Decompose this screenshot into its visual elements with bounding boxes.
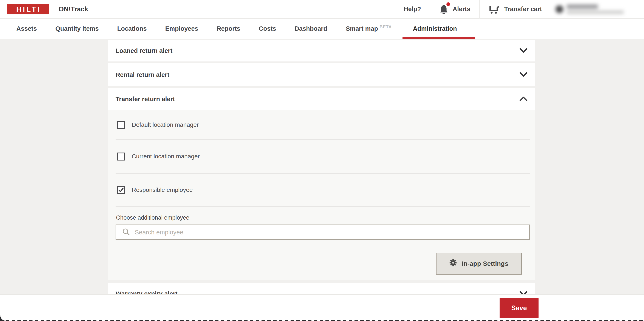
beta-badge: BETA [380,24,392,29]
nav-item-quantity-items[interactable]: Quantity items [55,25,98,32]
alerts-label: Alerts [453,5,470,13]
user-name-lines [567,4,624,14]
transfer-cart-button[interactable]: Transfer cart [479,0,551,18]
chevron-down-icon [520,48,528,54]
accordion-rental-return-alert[interactable]: Rental return alert [108,63,535,86]
hilti-logo-text: HILTI [16,5,41,13]
nav-item-employees[interactable]: Employees [165,25,198,32]
help-button[interactable]: Help? [395,0,430,18]
hilti-logo[interactable]: HILTI [7,4,49,14]
transfer-return-alert-body: Default location manager Current locatio… [108,110,535,280]
transfer-cart-label: Transfer cart [504,5,542,13]
gear-icon [449,259,457,268]
user-account-menu[interactable] [551,0,644,18]
save-button[interactable]: Save [500,298,538,318]
search-employee-input[interactable] [135,226,529,239]
administration-label: Administration [413,25,457,32]
inapp-settings-label: In-app Settings [462,260,508,267]
redacted-user-info [556,4,624,14]
search-icon [122,228,130,237]
nav-item-assets[interactable]: Assets [16,25,37,32]
user-company-blur [567,10,624,14]
alerts-settings-panel: Loaned return alert Rental return alert … [108,40,535,305]
choose-additional-employee-label: Choose additional employee [116,214,530,221]
main-nav: Assets Quantity items Locations Employee… [0,19,644,39]
cart-icon [488,4,500,14]
help-label: Help? [404,5,421,13]
loaned-return-alert-title: Loaned return alert [116,47,172,54]
responsible-employee-label: Responsible employee [132,186,193,193]
unread-alerts-badge [446,2,450,6]
nav-item-dashboard[interactable]: Dashboard [295,25,327,32]
nav-item-reports[interactable]: Reports [217,25,240,32]
content-area: Loaned return alert Rental return alert … [0,39,644,321]
chevron-up-icon [520,96,528,102]
rental-return-alert-title: Rental return alert [116,71,170,78]
default-location-manager-row: Default location manager [116,110,530,140]
window-bottom-edge [0,320,644,321]
top-bar: HILTI ON!Track Help? Alerts Transfer car… [0,0,644,18]
product-title: ON!Track [58,5,88,13]
default-location-manager-checkbox[interactable] [117,121,125,129]
nav-item-locations[interactable]: Locations [117,25,147,32]
inapp-settings-button[interactable]: In-app Settings [436,253,522,275]
current-location-manager-row: Current location manager [116,140,530,174]
nav-item-smart-map[interactable]: Smart mapBETA [346,25,392,32]
user-name-blur [567,4,598,8]
inapp-settings-row: In-app Settings [116,247,530,280]
chevron-down-icon [520,72,528,78]
window-corner [0,316,6,321]
responsible-employee-row: Responsible employee [116,174,530,207]
bell-icon [439,4,448,14]
nav-item-administration[interactable]: Administration [402,19,474,39]
transfer-return-alert-title: Transfer return alert [116,96,175,103]
employee-search-box [116,225,530,240]
accordion-transfer-return-alert[interactable]: Transfer return alert [108,88,535,110]
footer-bar: Save [0,294,644,321]
accordion-gap [108,280,535,283]
alerts-button[interactable]: Alerts [430,0,479,18]
current-location-manager-label: Current location manager [132,153,200,160]
nav-item-costs[interactable]: Costs [259,25,276,32]
responsible-employee-checkbox-checked[interactable] [117,186,125,194]
choose-additional-employee-block: Choose additional employee [116,207,530,247]
default-location-manager-label: Default location manager [132,121,199,128]
current-location-manager-checkbox[interactable] [117,153,125,160]
avatar [556,5,563,13]
accordion-loaned-return-alert[interactable]: Loaned return alert [108,40,535,61]
smart-map-label: Smart map [346,25,378,32]
